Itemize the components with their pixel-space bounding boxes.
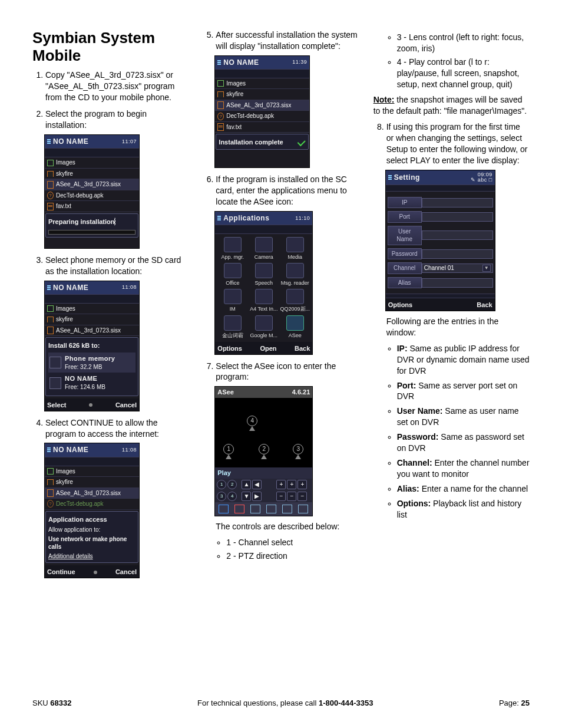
app-label: ASee [289, 332, 302, 338]
softkey-open[interactable]: Open [260, 344, 276, 353]
iris-minus-button[interactable]: − [297, 492, 307, 501]
password-input[interactable] [422, 249, 493, 259]
clock: 09:09✎ abc □ [471, 172, 492, 183]
softkey-select[interactable]: Select [47, 401, 66, 410]
screenshot-install-complete: NO NAME11:39 Images skyfire ASee_AL_3rd_… [214, 55, 310, 169]
quit-icon[interactable] [298, 505, 308, 513]
focus-minus-button[interactable]: − [287, 492, 296, 501]
softkey-back[interactable]: Back [477, 301, 492, 309]
fullscreen-icon[interactable] [234, 505, 244, 513]
channel-1-button[interactable]: 1 [217, 480, 226, 489]
iris-plus-button[interactable]: + [297, 480, 307, 489]
setup-icon[interactable] [266, 505, 276, 513]
opt-phone-free: Free: 32.2 MB [65, 364, 102, 370]
channel-3-button[interactable]: 3 [217, 492, 226, 501]
screenshot-install-location: NO NAME11:08 Images skyfire ASee_AL_3rd_… [44, 281, 140, 411]
entry-options: Options: Playback list and history list [397, 498, 530, 521]
marker-2: 2 [259, 444, 269, 454]
user-input[interactable] [422, 230, 493, 240]
asee-app-icon[interactable] [286, 315, 304, 331]
ptz-down-button[interactable]: ▼ [242, 492, 251, 501]
folder-icon [217, 91, 224, 97]
row-asee: ASee_AL_3rd_0723.sisx [226, 101, 291, 110]
page-title: Symbian System Mobile [32, 29, 189, 65]
controls-list-a: 1 - Channel select 2 - PTZ direction [216, 537, 359, 562]
app-label: QQ2009新... [280, 306, 310, 312]
softkey-options[interactable]: Options [388, 301, 413, 309]
app-icon[interactable] [224, 315, 242, 331]
app-icon[interactable] [255, 315, 273, 331]
screenshot-asee-view: ASee4.6.21 1 2 3 4 Play 1 2 [214, 386, 313, 516]
shot-title: NO NAME [53, 445, 88, 454]
zoom-plus-button[interactable]: + [276, 480, 286, 489]
images-icon [217, 80, 224, 87]
softkey-back[interactable]: Back [295, 344, 310, 353]
app-icon[interactable] [255, 263, 273, 278]
focus-plus-button[interactable]: + [287, 480, 296, 489]
app-icon[interactable] [224, 263, 242, 278]
app-icon[interactable] [286, 289, 304, 304]
step-5: After successful installation the system… [216, 29, 359, 168]
ptz-left-button[interactable]: ◀ [252, 480, 262, 489]
install-complete-text: Installation complete [219, 138, 283, 147]
images-icon [47, 468, 54, 475]
marker-1: 1 [223, 444, 234, 454]
additional-details[interactable]: Additional details [48, 552, 135, 561]
step-3: Select phone memory or the SD card as th… [45, 255, 189, 411]
row-skyfire: skyfire [56, 315, 73, 324]
footer-support: For technical questions, please call 1-8… [197, 699, 373, 707]
app-label: Media [288, 254, 303, 260]
clock: 11:08 [122, 447, 137, 453]
snapshot-icon[interactable] [250, 505, 260, 513]
folder-icon [47, 317, 54, 322]
file-icon [47, 489, 54, 497]
softkey-cancel[interactable]: Cancel [115, 568, 137, 577]
clock: 11:07 [122, 139, 137, 144]
screenshot-setting: Setting09:09✎ abc □ IP Port User Name Pa… [385, 170, 495, 311]
channel-select[interactable]: Channel 01 [422, 263, 493, 273]
images-icon [47, 305, 54, 312]
app-icon[interactable] [224, 237, 242, 252]
ptz-right-button[interactable]: ▶ [252, 492, 262, 501]
step-1: Copy "ASee_AL_3rd_0723.sisx" or "ASee_AL… [45, 70, 189, 103]
softkey-cancel[interactable]: Cancel [115, 401, 137, 410]
ip-input[interactable] [422, 198, 493, 207]
app-label: Google M... [250, 332, 278, 338]
app-icon[interactable] [286, 263, 304, 278]
port-input[interactable] [422, 212, 493, 222]
file-icon [217, 101, 224, 109]
app-icon[interactable] [255, 237, 273, 252]
entries-intro: Following are the entries in the window: [386, 316, 530, 338]
shot-title: Setting [394, 173, 420, 182]
channel-4-button[interactable]: 4 [227, 492, 237, 501]
ptz-up-button[interactable]: ▲ [242, 480, 251, 489]
play-icon[interactable] [219, 505, 229, 513]
next-group-icon[interactable] [282, 505, 292, 513]
zoom-minus-button[interactable]: − [276, 492, 286, 501]
note-icon [217, 123, 224, 131]
step-list-cont: If using this program for the first time… [373, 121, 530, 520]
entries-list: IP: Same as public IP address for DVR or… [386, 343, 530, 520]
entry-channel: Channel: Enter the channel number you wa… [397, 457, 530, 480]
shot-title: NO NAME [53, 137, 88, 146]
row-images: Images [56, 159, 75, 167]
app-label: Office [226, 280, 239, 286]
app-icon[interactable] [286, 237, 304, 252]
app-icon[interactable] [224, 289, 242, 304]
user-label: User Name [388, 226, 422, 245]
controls-intro: The controls are described below: [216, 521, 359, 532]
app-label: Camera [254, 254, 273, 260]
clock: 11:08 [122, 285, 137, 290]
channel-2-button[interactable]: 2 [227, 480, 237, 489]
softkey-continue[interactable]: Continue [47, 568, 75, 577]
note-icon [47, 203, 54, 210]
row-favtxt: fav.txt [226, 123, 242, 131]
row-favtxt: fav.txt [56, 202, 71, 210]
shot-title: NO NAME [223, 58, 259, 67]
channel-label: Channel [388, 262, 422, 274]
alias-input[interactable] [422, 278, 493, 288]
phone-memory-icon [49, 357, 61, 368]
app-access-title: Application access [48, 515, 135, 524]
app-icon[interactable] [255, 289, 273, 304]
softkey-options[interactable]: Options [217, 344, 242, 353]
